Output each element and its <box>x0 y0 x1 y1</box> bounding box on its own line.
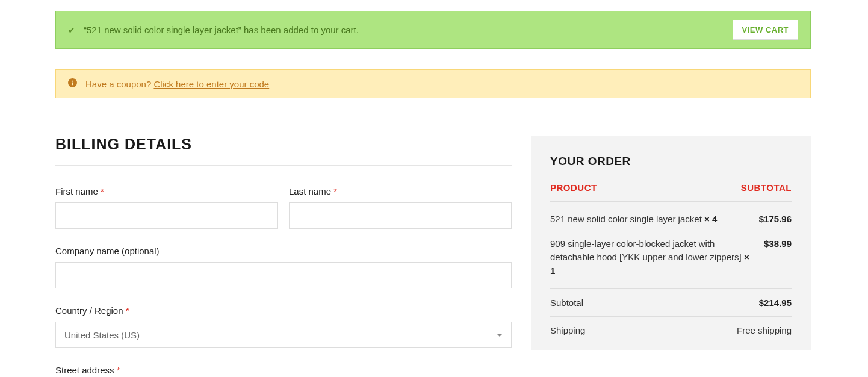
coupon-alert: Have a coupon? Click here to enter your … <box>55 69 811 98</box>
company-field[interactable] <box>55 262 512 288</box>
view-cart-button[interactable]: VIEW CART <box>733 20 798 40</box>
billing-title: BILLING DETAILS <box>55 136 512 153</box>
first-name-field[interactable] <box>55 202 278 229</box>
street-label: Street address * <box>55 365 512 375</box>
svg-rect-1 <box>72 83 73 86</box>
country-label: Country / Region * <box>55 305 512 316</box>
last-name-field[interactable] <box>289 202 512 229</box>
order-shipping-row: Shipping Free shipping <box>550 316 792 344</box>
order-item-name: 521 new solid color single layer jacket <box>550 214 704 224</box>
coupon-link[interactable]: Click here to enter your code <box>153 79 269 89</box>
order-item-qty: × 4 <box>704 214 717 224</box>
last-name-label: Last name * <box>289 186 512 196</box>
order-item-price: $175.96 <box>759 213 792 226</box>
company-label: Company name (optional) <box>55 246 512 256</box>
order-head-product: PRODUCT <box>550 182 597 193</box>
subtotal-value: $214.95 <box>759 298 792 308</box>
first-name-label: First name * <box>55 186 278 196</box>
order-subtotal-row: Subtotal $214.95 <box>550 288 792 316</box>
required-mark: * <box>333 186 337 196</box>
required-mark: * <box>101 186 104 196</box>
order-summary: YOUR ORDER PRODUCT SUBTOTAL 521 new soli… <box>531 136 811 350</box>
svg-rect-2 <box>72 81 73 82</box>
order-item-price: $38.99 <box>764 237 792 278</box>
order-item-name: 909 single-layer color-blocked jacket wi… <box>550 238 744 263</box>
chevron-down-icon <box>497 334 503 337</box>
shipping-value: Free shipping <box>737 325 792 335</box>
country-select[interactable]: United States (US) <box>55 322 512 348</box>
country-value: United States (US) <box>64 330 140 340</box>
subtotal-label: Subtotal <box>550 298 583 308</box>
divider <box>55 165 512 166</box>
coupon-prompt-text: Have a coupon? <box>85 79 153 89</box>
order-title: YOUR ORDER <box>550 155 792 168</box>
billing-section: BILLING DETAILS First name * Last name * <box>55 136 512 377</box>
info-icon <box>68 78 77 89</box>
shipping-label: Shipping <box>550 325 585 335</box>
order-item: 521 new solid color single layer jacket … <box>550 213 792 237</box>
required-mark: * <box>117 365 120 375</box>
required-mark: * <box>126 305 129 316</box>
check-icon: ✔ <box>68 25 75 35</box>
order-item: 909 single-layer color-blocked jacket wi… <box>550 237 792 289</box>
order-head-subtotal: SUBTOTAL <box>741 182 792 193</box>
cart-success-text: “521 new solid color single layer jacket… <box>84 25 359 35</box>
cart-success-alert: ✔ “521 new solid color single layer jack… <box>55 11 811 49</box>
